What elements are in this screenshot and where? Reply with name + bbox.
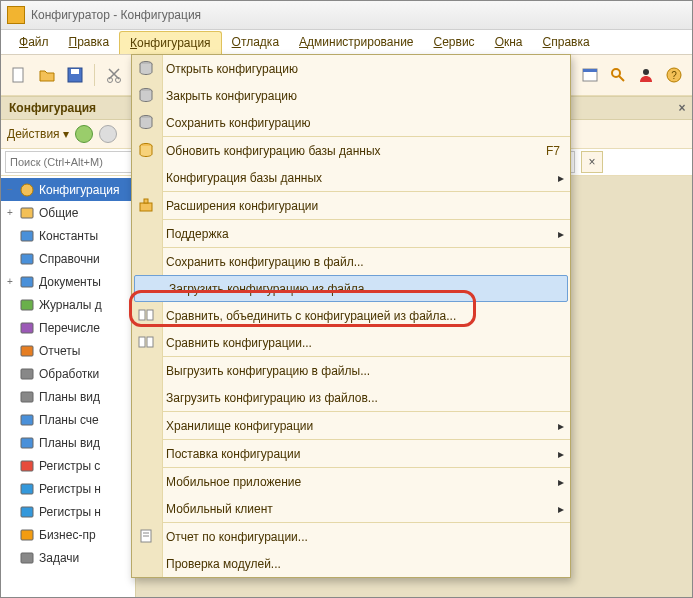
tree-item-icon bbox=[19, 550, 35, 566]
submenu-arrow-icon: ▸ bbox=[552, 171, 570, 185]
svg-rect-14 bbox=[21, 231, 33, 241]
menu-export-files[interactable]: Выгрузить конфигурацию в файлы... bbox=[132, 357, 570, 384]
menu-module-check[interactable]: Проверка модулей... bbox=[132, 550, 570, 577]
menu-compare-configs[interactable]: Сравнить конфигурации... bbox=[132, 329, 570, 356]
menu-debug[interactable]: Отладка bbox=[222, 30, 289, 54]
tree-item[interactable]: Перечисле bbox=[1, 316, 135, 339]
expand-icon[interactable]: + bbox=[5, 276, 15, 287]
menu-file[interactable]: Файл bbox=[9, 30, 59, 54]
save-button[interactable] bbox=[63, 63, 87, 87]
svg-rect-24 bbox=[21, 461, 33, 471]
menu-edit[interactable]: Правка bbox=[59, 30, 120, 54]
submenu-arrow-icon: ▸ bbox=[552, 502, 570, 516]
menu-save-config[interactable]: Сохранить конфигурацию bbox=[132, 109, 570, 136]
config-tree[interactable]: − Конфигурация +ОбщиеКонстантыСправочни+… bbox=[1, 176, 135, 598]
menu-mobile-client[interactable]: Мобильный клиент▸ bbox=[132, 495, 570, 522]
calendar-button[interactable] bbox=[578, 63, 602, 87]
window-title: Конфигуратор - Конфигурация bbox=[31, 8, 201, 22]
tree-item[interactable]: Регистры с bbox=[1, 454, 135, 477]
tree-item-icon bbox=[19, 320, 35, 336]
cut-button[interactable] bbox=[102, 63, 126, 87]
svg-rect-37 bbox=[139, 337, 145, 347]
menu-extensions[interactable]: Расширения конфигурации bbox=[132, 192, 570, 219]
svg-rect-27 bbox=[21, 530, 33, 540]
tree-item-icon bbox=[19, 251, 35, 267]
svg-rect-15 bbox=[21, 254, 33, 264]
tree-item[interactable]: Журналы д bbox=[1, 293, 135, 316]
submenu-arrow-icon: ▸ bbox=[552, 227, 570, 241]
menu-bar: Файл Правка Конфигурация Отладка Админис… bbox=[1, 30, 692, 55]
menu-service[interactable]: Сервис bbox=[424, 30, 485, 54]
svg-rect-38 bbox=[147, 337, 153, 347]
tree-item-icon bbox=[19, 366, 35, 382]
menu-import-files[interactable]: Загрузить конфигурацию из файлов... bbox=[132, 384, 570, 411]
add-button[interactable] bbox=[75, 125, 93, 143]
tree-item[interactable]: Планы вид bbox=[1, 431, 135, 454]
svg-line-8 bbox=[619, 76, 624, 81]
db-save-icon bbox=[138, 114, 156, 132]
svg-text:?: ? bbox=[671, 70, 677, 81]
compare-icon bbox=[138, 334, 156, 352]
menu-update-db[interactable]: Обновить конфигурацию базы данныхF7 bbox=[132, 137, 570, 164]
svg-point-7 bbox=[612, 69, 620, 77]
submenu-arrow-icon: ▸ bbox=[552, 447, 570, 461]
menu-close-config[interactable]: Закрыть конфигурацию bbox=[132, 82, 570, 109]
tree-item[interactable]: Справочни bbox=[1, 247, 135, 270]
menu-mobile-app[interactable]: Мобильное приложение▸ bbox=[132, 468, 570, 495]
menu-support[interactable]: Поддержка▸ bbox=[132, 220, 570, 247]
svg-rect-33 bbox=[140, 203, 152, 211]
menu-save-to-file[interactable]: Сохранить конфигурацию в файл... bbox=[132, 248, 570, 275]
db-close-icon bbox=[138, 87, 156, 105]
menu-windows[interactable]: Окна bbox=[485, 30, 533, 54]
tree-item[interactable]: +Документы bbox=[1, 270, 135, 293]
svg-rect-35 bbox=[139, 310, 145, 320]
collapse-icon[interactable]: − bbox=[5, 184, 15, 195]
menu-load-from-file[interactable]: Загрузить конфигурацию из файла... bbox=[134, 275, 568, 302]
new-file-button[interactable] bbox=[7, 63, 31, 87]
config-panel-title: Конфигурация bbox=[9, 101, 96, 115]
tree-item[interactable]: Бизнес-пр bbox=[1, 523, 135, 546]
extensions-icon bbox=[138, 197, 156, 215]
tree-item-icon bbox=[19, 297, 35, 313]
menu-admin[interactable]: Администрирование bbox=[289, 30, 423, 54]
tree-item[interactable]: Задачи bbox=[1, 546, 135, 569]
help-button[interactable]: ? bbox=[662, 63, 686, 87]
menu-configuration[interactable]: Конфигурация bbox=[119, 31, 222, 54]
menu-config-report[interactable]: Отчет по конфигурации... bbox=[132, 523, 570, 550]
user-button[interactable] bbox=[634, 63, 658, 87]
find-button[interactable] bbox=[606, 63, 630, 87]
tree-item[interactable]: Константы bbox=[1, 224, 135, 247]
tree-item-icon bbox=[19, 504, 35, 520]
svg-rect-20 bbox=[21, 369, 33, 379]
svg-rect-6 bbox=[583, 69, 597, 72]
svg-rect-17 bbox=[21, 300, 33, 310]
tree-root[interactable]: − Конфигурация bbox=[1, 178, 135, 201]
open-folder-button[interactable] bbox=[35, 63, 59, 87]
gear-button[interactable] bbox=[99, 125, 117, 143]
tree-item[interactable]: Обработки bbox=[1, 362, 135, 385]
svg-rect-16 bbox=[21, 277, 33, 287]
tree-item[interactable]: Регистры н bbox=[1, 477, 135, 500]
menu-storage[interactable]: Хранилище конфигурации▸ bbox=[132, 412, 570, 439]
menu-help[interactable]: Справка bbox=[533, 30, 600, 54]
svg-rect-22 bbox=[21, 415, 33, 425]
panel-close-button[interactable]: × bbox=[672, 101, 692, 115]
svg-rect-21 bbox=[21, 392, 33, 402]
compare-icon bbox=[138, 307, 156, 325]
menu-delivery[interactable]: Поставка конфигурации▸ bbox=[132, 440, 570, 467]
report-icon bbox=[138, 528, 156, 546]
svg-rect-23 bbox=[21, 438, 33, 448]
menu-db-config[interactable]: Конфигурация базы данных▸ bbox=[132, 164, 570, 191]
tree-item[interactable]: Планы сче bbox=[1, 408, 135, 431]
search-clear-button[interactable]: × bbox=[581, 151, 603, 173]
expand-icon[interactable]: + bbox=[5, 207, 15, 218]
tree-item[interactable]: Регистры н bbox=[1, 500, 135, 523]
menu-open-config[interactable]: Открыть конфигурацию bbox=[132, 55, 570, 82]
tree-item[interactable]: +Общие bbox=[1, 201, 135, 224]
actions-menu[interactable]: Действия ▾ bbox=[7, 127, 69, 141]
tree-item[interactable]: Отчеты bbox=[1, 339, 135, 362]
svg-rect-13 bbox=[21, 208, 33, 218]
tree-item[interactable]: Планы вид bbox=[1, 385, 135, 408]
menu-compare-merge-file[interactable]: Сравнить, объединить с конфигурацией из … bbox=[132, 302, 570, 329]
title-bar: Конфигуратор - Конфигурация bbox=[1, 1, 692, 30]
